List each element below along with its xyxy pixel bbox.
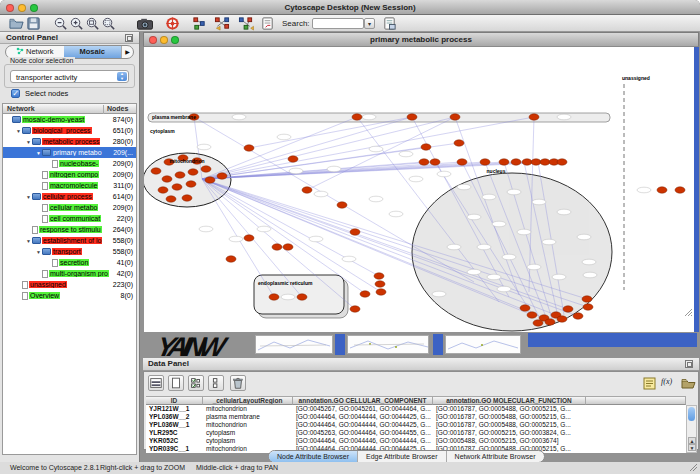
more-tabs-button[interactable]: ▶ <box>121 46 133 58</box>
table-cell[interactable]: [GO:0044464, GO:0044444, GO:0044425, G..… <box>293 421 433 429</box>
table-cell[interactable]: YPL036W__1 <box>146 421 203 429</box>
network-tree-row[interactable]: response to stimulu264(0) <box>3 224 136 235</box>
unselect-attributes-icon[interactable] <box>208 375 224 391</box>
table-scrollbar[interactable]: ▲ ▼ <box>686 405 697 453</box>
scroll-up-arrow[interactable]: ▲ <box>688 437 696 444</box>
notepad-icon[interactable] <box>642 376 657 391</box>
save-icon[interactable] <box>26 16 41 31</box>
table-column-header[interactable]: ID <box>146 396 203 405</box>
network-tree-row[interactable]: ▼transport558(0) <box>3 246 136 257</box>
network-tree-row[interactable]: mosaic-demo-yeast874(0) <box>3 114 136 125</box>
zoom-in-icon[interactable] <box>69 16 84 31</box>
table-cell[interactable]: [GO:0044464, GO:0044446, GO:0044444, G..… <box>293 437 433 445</box>
network-tree-row[interactable]: multi-organism pro42(0) <box>3 268 136 279</box>
network-canvas[interactable]: plasma membranecytoplasmmitochondrionnuc… <box>144 47 694 332</box>
tab-node-attribute-browser[interactable]: Node Attribute Browser <box>269 451 358 462</box>
delete-attribute-icon[interactable] <box>230 375 246 391</box>
table-cell[interactable]: mitochondrion <box>203 405 293 413</box>
tree-expander-icon[interactable]: ▼ <box>15 128 22 134</box>
network-tree-row[interactable]: ▼primary metabo209(... <box>3 147 136 158</box>
network-tree-row[interactable]: ▼metabolic process280(0) <box>3 136 136 147</box>
frame-close-button[interactable] <box>149 36 157 44</box>
search-config-icon[interactable] <box>382 16 397 31</box>
table-cell[interactable]: [GO:0045267, GO:0045261, GO:0044464, G..… <box>293 405 433 413</box>
tree-expander-icon[interactable]: ▼ <box>25 139 32 145</box>
plugins-icon[interactable] <box>237 16 255 31</box>
zoom-region-icon[interactable] <box>85 16 100 31</box>
network-frame-titlebar[interactable]: primary metabolic process <box>143 32 699 47</box>
network-tree-row[interactable]: cellular metabo209(0) <box>3 202 136 213</box>
table-row[interactable]: YPL036W__1mitochondrion[GO:0044464, GO:0… <box>146 421 686 429</box>
window-resize-grip[interactable] <box>688 462 698 472</box>
table-cell[interactable]: [GO:0005488, GO:0005215, GO:0003674] <box>433 437 586 445</box>
select-nodes-checkbox[interactable]: ✓ <box>11 89 20 98</box>
table-cell[interactable]: YJR121W__1 <box>146 405 203 413</box>
network-tree-row[interactable]: nitrogen compo209(0) <box>3 169 136 180</box>
float-panel-icon[interactable] <box>125 34 133 42</box>
table-cell[interactable]: [GO:0044464, GO:0044444, GO:0044425, G..… <box>293 413 433 421</box>
zoom-window-button[interactable] <box>30 4 38 12</box>
float-data-panel-icon[interactable] <box>685 360 693 368</box>
background-window-sliver[interactable] <box>347 335 429 354</box>
network-tree-row[interactable]: Overview8(0) <box>3 290 136 301</box>
network-tree-row[interactable]: ▼cellular process614(0) <box>3 191 136 202</box>
node-color-combo[interactable]: transporter activity ▲▼ <box>10 70 129 83</box>
layout-icon[interactable] <box>213 16 231 31</box>
network-tree-row[interactable]: ▼biological_process651(0) <box>3 125 136 136</box>
table-cell[interactable]: YPL036W__2 <box>146 413 203 421</box>
table-cell[interactable]: YKR052C <box>146 437 203 445</box>
table-cell[interactable]: mitochondrion <box>203 421 293 429</box>
table-cell[interactable]: YLR295C <box>146 429 203 437</box>
minimize-window-button[interactable] <box>18 4 26 12</box>
tab-network-attribute-browser[interactable]: Network Attribute Browser <box>447 451 544 462</box>
scroll-down-arrow[interactable]: ▼ <box>688 444 696 451</box>
snapshot-icon[interactable] <box>136 16 154 31</box>
frame-minimize-button[interactable] <box>160 36 168 44</box>
frame-zoom-button[interactable] <box>171 36 179 44</box>
select-attributes-icon[interactable] <box>188 375 204 391</box>
table-cell[interactable]: YDR039C__1 <box>146 445 203 453</box>
network-tree-row[interactable]: macromolecule311(0) <box>3 180 136 191</box>
tree-expander-icon[interactable]: ▼ <box>35 249 42 255</box>
table-cell[interactable]: cytoplasm <box>203 429 293 437</box>
canvas-resize-grip[interactable] <box>683 307 693 317</box>
network-tree-row[interactable]: unassigned223(0) <box>3 279 136 290</box>
tree-expander-icon[interactable]: ▼ <box>25 238 32 244</box>
attribute-grid-icon[interactable] <box>148 375 164 391</box>
zoom-fit-icon[interactable] <box>101 16 116 31</box>
table-cell[interactable]: [GO:0016787, GO:0005215, GO:0003824, G..… <box>433 429 586 437</box>
table-row[interactable]: YJR121W__1mitochondrion[GO:0045267, GO:0… <box>146 405 686 413</box>
tree-expander-icon[interactable]: ▼ <box>35 150 42 156</box>
search-dropdown-button[interactable]: ▾ <box>364 18 375 29</box>
network-tree-row[interactable]: nucleobase-209(0) <box>3 158 136 169</box>
table-cell[interactable]: [GO:0016787, GO:0005488, GO:0005215, G..… <box>433 405 586 413</box>
search-input[interactable] <box>312 18 364 29</box>
network-tree-row[interactable]: secretion41(0) <box>3 257 136 268</box>
table-row[interactable]: YKR052Ccytoplasm[GO:0044464, GO:0044446,… <box>146 437 686 445</box>
table-row[interactable]: YLR295Ccytoplasm[GO:0045263, GO:0044464,… <box>146 429 686 437</box>
table-column-header[interactable]: _cellularLayoutRegion <box>203 396 293 405</box>
table-column-header[interactable] <box>586 396 686 405</box>
tree-expander-icon[interactable]: ▼ <box>25 194 32 200</box>
vizmapper-icon[interactable] <box>192 16 207 31</box>
table-cell[interactable]: [GO:0045263, GO:0044464, GO:0044455, G..… <box>293 429 433 437</box>
table-column-header[interactable]: annotation.GO MOLECULAR_FUNCTION <box>433 396 586 405</box>
table-cell[interactable]: [GO:0016787, GO:0005488, GO:0005215, G..… <box>433 421 586 429</box>
table-cell[interactable]: [GO:0016787, GO:0005488, GO:0005215, G..… <box>433 413 586 421</box>
network-tree-row[interactable]: cell communicat22(0) <box>3 213 136 224</box>
help-icon[interactable] <box>165 16 180 31</box>
tab-edge-attribute-browser[interactable]: Edge Attribute Browser <box>358 451 447 462</box>
zoom-out-icon[interactable] <box>53 16 68 31</box>
import-attributes-icon[interactable] <box>681 376 696 391</box>
table-column-header[interactable]: annotation.GO CELLULAR_COMPONENT <box>293 396 433 405</box>
attribute-table[interactable]: YJR121W__1mitochondrion[GO:0045267, GO:0… <box>146 405 686 453</box>
new-attribute-icon[interactable] <box>168 375 184 391</box>
background-window-sliver[interactable] <box>445 335 521 354</box>
table-cell[interactable]: cytoplasm <box>203 437 293 445</box>
function-builder-icon[interactable]: f(x) <box>661 377 672 386</box>
annotation-icon[interactable] <box>260 16 275 31</box>
table-row[interactable]: YPL036W__2plasma membrane[GO:0044464, GO… <box>146 413 686 421</box>
background-window-sliver[interactable] <box>255 335 333 354</box>
table-cell[interactable]: plasma membrane <box>203 413 293 421</box>
network-tree-row[interactable]: ▼establishment of lo558(0) <box>3 235 136 246</box>
